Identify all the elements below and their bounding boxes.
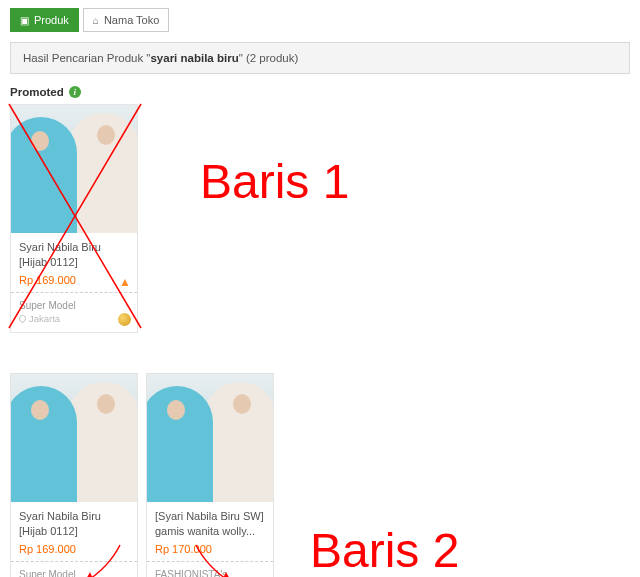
product-row-2: Syari Nabila Biru [Hijab 0112] Rp 169.00… bbox=[10, 373, 630, 577]
product-thumbnail bbox=[11, 105, 137, 233]
location-text: Jakarta bbox=[29, 313, 60, 324]
product-card[interactable]: Syari Nabila Biru [Hijab 0112] Rp 169.00… bbox=[10, 373, 138, 577]
tab-nama-toko[interactable]: ⌂ Nama Toko bbox=[83, 8, 169, 32]
search-query: syari nabila biru bbox=[150, 52, 238, 64]
info-icon[interactable]: i bbox=[69, 86, 81, 98]
product-price: Rp 169.000 bbox=[19, 274, 129, 286]
gold-merchant-badge-icon bbox=[118, 313, 131, 326]
tab-produk-label: Produk bbox=[34, 14, 69, 26]
seller-name: Super Model bbox=[19, 569, 129, 577]
seller-name: FASHIONISTA's GROSIR bbox=[155, 569, 265, 577]
product-card[interactable]: Syari Nabila Biru [Hijab 0112] Rp 169.00… bbox=[10, 104, 138, 333]
product-thumbnail bbox=[11, 374, 137, 502]
promoted-heading: Promoted i bbox=[10, 86, 630, 98]
search-result-summary: Hasil Pencarian Produk "syari nabila bir… bbox=[10, 42, 630, 74]
annotation-label-row1: Baris 1 bbox=[200, 154, 349, 209]
result-tabs: ▣ Produk ⌂ Nama Toko bbox=[10, 8, 630, 32]
store-icon: ⌂ bbox=[93, 15, 99, 26]
product-thumbnail bbox=[147, 374, 273, 502]
search-prefix: Hasil Pencarian Produk " bbox=[23, 52, 150, 64]
pin-icon bbox=[18, 314, 28, 324]
product-price: Rp 170.000 bbox=[155, 543, 265, 555]
product-title: Syari Nabila Biru [Hijab 0112] bbox=[19, 509, 129, 539]
annotation-label-row2: Baris 2 bbox=[310, 523, 459, 577]
product-price: Rp 169.000 bbox=[19, 543, 129, 555]
product-title: [Syari Nabila Biru SW] gamis wanita woll… bbox=[155, 509, 265, 539]
flame-icon: ▲ bbox=[119, 275, 131, 289]
product-row-1: Syari Nabila Biru [Hijab 0112] Rp 169.00… bbox=[10, 104, 630, 333]
search-suffix: " (2 produk) bbox=[239, 52, 299, 64]
seller-location: Jakarta bbox=[19, 313, 129, 324]
promoted-label: Promoted bbox=[10, 86, 64, 98]
tab-produk[interactable]: ▣ Produk bbox=[10, 8, 79, 32]
seller-name: Super Model bbox=[19, 300, 129, 311]
box-icon: ▣ bbox=[20, 15, 29, 26]
product-title: Syari Nabila Biru [Hijab 0112] bbox=[19, 240, 129, 270]
tab-store-label: Nama Toko bbox=[104, 14, 159, 26]
product-card[interactable]: [Syari Nabila Biru SW] gamis wanita woll… bbox=[146, 373, 274, 577]
